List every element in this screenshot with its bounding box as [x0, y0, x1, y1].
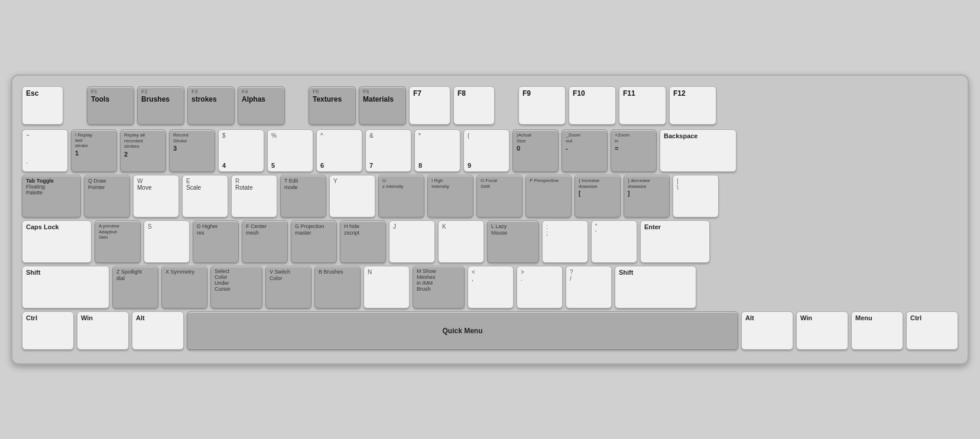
key-capslock[interactable]: Caps Lock: [22, 220, 92, 263]
key-f10[interactable]: F10: [569, 86, 616, 125]
number-row: ~ ` ! Replay last stroke 1 Replay allrec…: [22, 129, 958, 172]
key-space[interactable]: Quick Menu: [187, 311, 738, 350]
key-f1[interactable]: F1 Tools: [87, 86, 134, 125]
key-8[interactable]: * 8: [414, 129, 460, 172]
key-p[interactable]: P Perspective: [525, 175, 572, 217]
key-f9[interactable]: F9: [518, 86, 566, 125]
key-4[interactable]: $ 4: [218, 129, 264, 172]
key-y[interactable]: Y: [329, 175, 375, 217]
bottom-row: Ctrl Win Alt Quick Menu Alt Win Menu Ctr…: [22, 311, 958, 350]
key-e[interactable]: E Scale: [182, 175, 228, 217]
key-g[interactable]: G Projectionmaster: [291, 220, 337, 263]
key-9[interactable]: ( 9: [463, 129, 510, 172]
key-f2[interactable]: F2 Brushes: [137, 86, 184, 125]
key-f5[interactable]: F5 Textures: [309, 86, 356, 125]
shift-row: Shift Z Spotlightdial X Symmetry SelectC…: [22, 266, 958, 308]
key-t[interactable]: T Editmode: [280, 175, 326, 217]
key-3[interactable]: RecordStroke 3: [169, 129, 215, 172]
key-f7[interactable]: F7: [409, 86, 450, 125]
key-rctrl[interactable]: Ctrl: [906, 311, 958, 350]
key-lwin[interactable]: Win: [77, 311, 129, 350]
key-6[interactable]: ^ 6: [316, 129, 362, 172]
key-quote[interactable]: " ': [591, 220, 637, 263]
key-period[interactable]: > .: [517, 266, 563, 308]
fn-row: Esc F1 Tools F2 Brushes F3 strokes F4 Al…: [22, 86, 958, 125]
key-enter[interactable]: Enter: [640, 220, 710, 263]
key-l[interactable]: L LazyMouse: [487, 220, 539, 263]
key-lctrl[interactable]: Ctrl: [22, 311, 74, 350]
key-slash[interactable]: ? /: [566, 266, 612, 308]
asdf-row: Caps Lock A previewAdaptiveSkin S D High…: [22, 220, 958, 263]
key-backspace[interactable]: Backspace: [660, 129, 736, 172]
key-lshift[interactable]: Shift: [22, 266, 109, 308]
key-f4[interactable]: F4 Alphas: [238, 86, 285, 125]
key-comma[interactable]: < ,: [468, 266, 514, 308]
key-r[interactable]: R Rotate: [231, 175, 277, 217]
key-u[interactable]: Uz intensity: [378, 175, 424, 217]
key-i[interactable]: I RgbIntensity: [427, 175, 473, 217]
key-2[interactable]: Replay allrecordedstrokes 2: [120, 129, 166, 172]
key-k[interactable]: K: [438, 220, 484, 263]
key-w[interactable]: W Move: [133, 175, 179, 217]
key-semicolon[interactable]: : ;: [542, 220, 588, 263]
key-f11[interactable]: F11: [619, 86, 666, 125]
key-c[interactable]: SelectColorUnderCursor: [210, 266, 262, 308]
key-7[interactable]: & 7: [365, 129, 411, 172]
key-o[interactable]: O FocalShift: [476, 175, 523, 217]
key-backslash[interactable]: | \: [673, 175, 719, 217]
key-tilde[interactable]: ~ `: [22, 129, 68, 172]
key-equals[interactable]: +Zoomin =: [611, 129, 657, 172]
key-f6[interactable]: F6 Materials: [359, 86, 406, 125]
keyboard: Esc F1 Tools F2 Brushes F3 strokes F4 Al…: [11, 74, 969, 365]
key-m[interactable]: M ShowMeshesin IMMBrush: [413, 266, 465, 308]
key-1[interactable]: ! Replay last stroke 1: [71, 129, 117, 172]
key-d[interactable]: D Higherres: [193, 220, 239, 263]
key-h[interactable]: H hidezscript: [340, 220, 386, 263]
key-f12[interactable]: F12: [669, 86, 716, 125]
key-x[interactable]: X Symmetry: [161, 266, 207, 308]
qwerty-row: Tab Toggle Floating Palette Q DrawPointe…: [22, 175, 958, 217]
key-f8[interactable]: F8: [453, 86, 495, 125]
key-rshift[interactable]: Shift: [615, 266, 696, 308]
key-j[interactable]: J: [389, 220, 435, 263]
key-n[interactable]: N: [364, 266, 410, 308]
key-tab[interactable]: Tab Toggle Floating Palette: [22, 175, 81, 217]
key-minus[interactable]: _Zoomout -: [562, 129, 608, 172]
key-0[interactable]: )ActualSize 0: [512, 129, 559, 172]
key-rbracket[interactable]: } decreasedrawsize ]: [624, 175, 670, 217]
key-5[interactable]: % 5: [267, 129, 313, 172]
key-esc[interactable]: Esc: [22, 86, 63, 125]
key-lalt[interactable]: Alt: [132, 311, 184, 350]
key-menu[interactable]: Menu: [851, 311, 903, 350]
key-b[interactable]: B Brushes: [314, 266, 361, 308]
key-rwin[interactable]: Win: [796, 311, 848, 350]
key-q[interactable]: Q DrawPointer: [84, 175, 130, 217]
key-s[interactable]: S: [144, 220, 190, 263]
key-f3[interactable]: F3 strokes: [187, 86, 235, 125]
key-ralt[interactable]: Alt: [741, 311, 793, 350]
key-lbracket[interactable]: { increasedrawsize [: [575, 175, 621, 217]
key-z[interactable]: Z Spotlightdial: [112, 266, 158, 308]
key-a[interactable]: A previewAdaptiveSkin: [95, 220, 141, 263]
key-f[interactable]: F Centermesh: [242, 220, 288, 263]
key-v[interactable]: V SwitchColor: [265, 266, 311, 308]
